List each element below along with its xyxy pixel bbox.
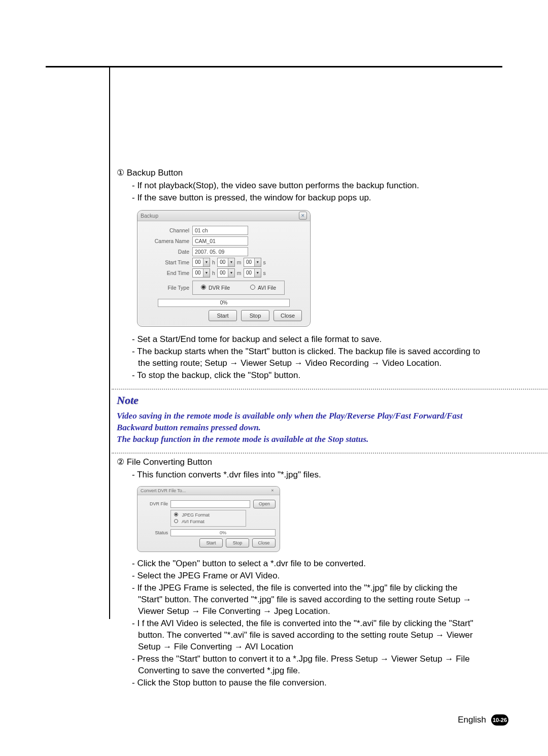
section1-list-b: - Set a Start/End tome for backup and se… [132,334,482,382]
start-button[interactable]: Start [209,310,237,321]
chevron-down-icon: ▼ [254,258,261,266]
note-heading: Note [117,393,482,408]
page-number-badge: 10-26 [491,714,508,726]
file-type-label: File Type [143,284,192,291]
start-m-select[interactable]: 00▼ [217,258,235,267]
convert-title: Convert DVR File To... [141,488,186,494]
start-h-select[interactable]: 00▼ [192,258,210,267]
backup-dialog: Backup ✕ Channel 01 ch Camera Name CAM_0… [137,210,311,327]
start-time-label: Start Time [143,259,192,266]
chevron-down-icon: ▼ [203,269,210,277]
section1-title: Backup Button [127,168,183,178]
dvr-file-label: DVR File [142,501,170,507]
section2-list-a: - This function converts *.dvr files int… [132,469,482,481]
avi-radio[interactable]: AVI Format [174,519,243,525]
list-item: - Select the JPEG Frame or AVI Video. [132,570,482,582]
end-s-select[interactable]: 00▼ [244,268,261,278]
section2-title: File Converting Button [127,457,212,467]
top-rule [46,66,502,67]
format-group: JPEG Format AVI Format [170,510,246,527]
list-item: - To stop the backup, click the "Stop" b… [132,370,482,382]
convert-progress: 0% [170,529,276,536]
section1-heading: ① Backup Button [117,167,482,179]
start-button[interactable]: Start [199,538,223,547]
channel-value: 01 ch [192,226,248,235]
list-item: - The backup starts when the "Start" but… [132,346,482,369]
file-type-group: DVR File AVI File [192,281,285,295]
start-s-select[interactable]: 00▼ [244,258,261,267]
end-time-label: End Time [143,269,192,277]
page: ① Backup Button - If not playback(Stop),… [0,0,548,756]
list-item: - Click the "Open" button to select a *.… [132,558,482,570]
channel-label: Channel [143,227,192,234]
chevron-down-icon: ▼ [228,269,234,277]
list-item: - If the save button is pressed, the win… [132,192,482,204]
chevron-down-icon: ▼ [254,269,261,277]
chevron-down-icon: ▼ [228,258,234,266]
section2-heading: ② File Converting Button [117,457,482,468]
convert-dialog: Convert DVR File To... ✕ DVR File Open J… [137,486,280,552]
list-item: - If not playback(Stop), the video save … [132,180,482,192]
backup-progress: 0% [158,299,290,307]
dvr-file-input[interactable] [170,500,250,508]
section1-list-a: - If not playback(Stop), the video save … [132,180,482,204]
footer-language: English [458,715,486,725]
backup-title: Backup [141,212,158,219]
date-label: Date [143,248,192,255]
stop-button[interactable]: Stop [226,538,249,547]
stop-button[interactable]: Stop [241,310,269,321]
page-footer: English 10-26 [458,714,508,726]
divider [112,453,548,454]
left-rule [109,66,110,619]
divider [112,389,548,390]
close-icon[interactable]: ✕ [299,212,307,220]
chevron-down-icon: ▼ [203,258,210,266]
list-item: - This function converts *.dvr files int… [132,469,482,481]
note-body: Video saving in the remote mode is avail… [117,410,482,445]
close-icon[interactable]: ✕ [271,488,277,493]
close-button[interactable]: Close [273,310,302,321]
convert-title-bar: Convert DVR File To... ✕ [138,487,280,495]
list-item: - Press the "Start" button to convert it… [132,654,482,677]
list-item: - I f the AVI Video is selected, the fil… [132,618,482,653]
end-m-select[interactable]: 00▼ [217,268,235,278]
date-value: 2007. 05. 09 [192,247,248,256]
section2-number: ② [117,457,124,468]
end-h-select[interactable]: 00▼ [192,268,210,278]
dvr-radio[interactable]: DVR File [201,284,230,291]
section2-list-b: - Click the "Open" button to select a *.… [132,558,482,689]
close-button[interactable]: Close [252,538,276,547]
backup-title-bar: Backup ✕ [138,211,310,221]
section1-number: ① [117,167,124,179]
camera-label: Camera Name [143,237,192,245]
list-item: - Click the Stop button to pause the fil… [132,677,482,689]
main-content: ① Backup Button - If not playback(Stop),… [117,167,482,689]
camera-value: CAM_01 [192,236,248,246]
status-label: Status [142,530,170,536]
jpeg-radio[interactable]: JPEG Format [174,512,243,519]
list-item: - If the JPEG Frame is selected, the fil… [132,582,482,617]
list-item: - Set a Start/End tome for backup and se… [132,334,482,346]
avi-radio[interactable]: AVI File [250,284,276,291]
open-button[interactable]: Open [253,500,276,508]
